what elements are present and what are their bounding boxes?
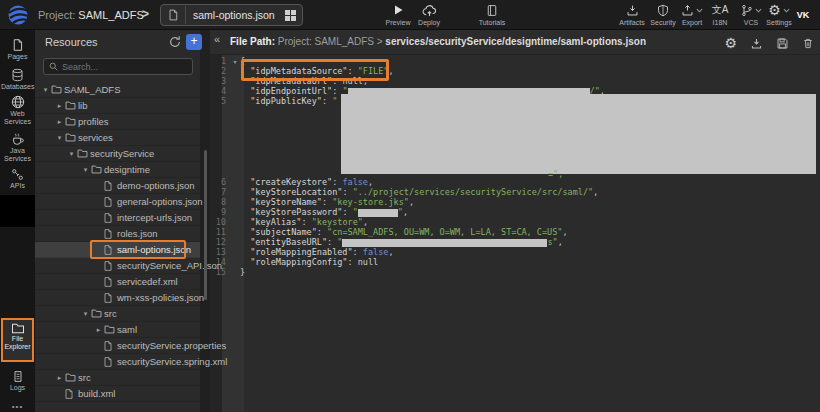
delete-button[interactable] — [802, 37, 814, 50]
code-line-6: 6 "createKeystore": false, — [210, 177, 820, 187]
dashboard-grid-icon[interactable] — [285, 10, 296, 21]
i18n-icon: 文A — [706, 3, 734, 17]
tree-item-label: intercept-urls.json — [117, 212, 192, 223]
tree-item-src[interactable]: ▸src — [35, 370, 200, 386]
save-button[interactable] — [776, 37, 789, 50]
add-resource-button[interactable]: + — [186, 34, 202, 50]
tree-expand-arrow[interactable]: ▸ — [54, 374, 65, 382]
artifacts-button[interactable]: Artifacts — [614, 3, 650, 27]
tree-item-label: src — [104, 308, 117, 319]
chevron-down-icon — [696, 8, 703, 13]
tree-item-designtime[interactable]: ▾designtime — [35, 162, 200, 178]
editor-settings-button[interactable]: ⚙ — [724, 34, 737, 52]
search-box[interactable] — [43, 58, 193, 75]
tree-expand-arrow[interactable]: ▾ — [80, 310, 91, 318]
open-file-tab[interactable]: saml-options.json — [160, 4, 303, 26]
settings-button[interactable]: ⚙ Settings — [762, 3, 796, 27]
tree-expand-arrow[interactable]: ▸ — [93, 326, 104, 334]
folder-icon — [77, 149, 90, 158]
search-input[interactable] — [62, 62, 182, 72]
highlight-box-idp-metadata-source — [241, 59, 389, 81]
fold-arrow-icon[interactable]: ▾ — [230, 58, 240, 65]
file-icon — [104, 357, 117, 367]
left-nav-rail: Pages Databases Web Services Java Servic… — [0, 30, 35, 412]
preview-button[interactable]: Preview — [382, 3, 414, 27]
tree-expand-arrow[interactable]: ▸ — [54, 102, 65, 110]
tree-expand-arrow[interactable]: ▾ — [54, 134, 65, 142]
trash-icon — [802, 37, 814, 50]
line-number: 2 — [210, 66, 230, 76]
app-window: Project: SAML_ADFS > saml-options.json P… — [0, 0, 820, 412]
tree-item-saml-options.json[interactable]: saml-options.json — [35, 242, 200, 258]
tree-item-SAML_ADFS[interactable]: ▾SAML_ADFS — [35, 82, 200, 98]
save-icon — [776, 37, 789, 50]
rail-overflow-button[interactable]: ••• — [0, 402, 35, 411]
tree-item-securityService.properties[interactable]: securityService.properties — [35, 338, 200, 354]
security-button[interactable]: Security — [646, 3, 680, 27]
file-icon — [104, 181, 117, 191]
tree-item-demo-options.json[interactable]: demo-options.json — [35, 178, 200, 194]
tree-item-general-options.json[interactable]: general-options.json — [35, 194, 200, 210]
file-icon — [104, 213, 117, 223]
panel-scrollbar[interactable] — [204, 150, 207, 300]
folder-icon — [51, 85, 64, 94]
download-button[interactable] — [750, 37, 763, 50]
tree-item-securityService[interactable]: ▾securityService — [35, 146, 200, 162]
chevron-down-icon — [755, 8, 762, 13]
rail-item-web-services[interactable]: Web Services — [0, 95, 35, 126]
rail-item-databases[interactable]: Databases — [0, 68, 35, 91]
tree-expand-arrow[interactable]: ▾ — [66, 150, 77, 158]
download-icon — [750, 37, 763, 50]
tree-item-label: saml — [117, 324, 137, 335]
export-button[interactable]: Export — [676, 3, 708, 27]
deploy-button[interactable]: Deploy — [412, 3, 446, 27]
tree-item-servicedef.xml[interactable]: servicedef.xml — [35, 274, 200, 290]
line-number: 8 — [210, 197, 230, 207]
rail-item-file-explorer[interactable]: File Explorer — [0, 323, 35, 351]
rail-item-apis[interactable]: APIs — [0, 168, 35, 190]
folder-icon — [91, 165, 104, 174]
tree-expand-arrow[interactable]: ▾ — [40, 86, 51, 94]
user-avatar[interactable]: VK — [792, 4, 814, 26]
tree-item-label: wm-xss-policies.json — [117, 292, 204, 303]
refresh-icon[interactable] — [168, 35, 182, 49]
tree-item-intercept-urls.json[interactable]: intercept-urls.json — [35, 210, 200, 226]
redacted-icon-block — [0, 195, 35, 227]
tree-item-build.xml[interactable]: build.xml — [35, 386, 200, 402]
publickey-tail-text: =", — [548, 169, 563, 179]
file-path-breadcrumb: File Path: Project: SAML_ADFS > services… — [230, 36, 646, 47]
collapse-panel-icon[interactable]: « — [214, 33, 220, 45]
line-number: 11 — [210, 227, 230, 237]
file-icon — [104, 261, 117, 271]
tree-item-securityService_API.json[interactable]: securityService_API.json — [35, 258, 200, 274]
play-icon — [382, 3, 414, 17]
code-editor[interactable]: 1▾{2 "idpMetadataSource": "FILE",3 "idpM… — [210, 55, 820, 412]
tree-item-label: SAML_ADFS — [64, 84, 121, 95]
code-lines-bottom: 6 "createKeystore": false,7 "keyStoreLoc… — [210, 177, 820, 277]
code-line-8: 8 "keyStoreName": "key-store.jks", — [210, 197, 820, 207]
shield-icon — [646, 3, 680, 17]
line-number: 6 — [210, 177, 230, 187]
rail-item-pages[interactable]: Pages — [0, 38, 35, 61]
rail-item-java-services[interactable]: Java Services — [0, 132, 35, 163]
tab-filename: saml-options.json — [193, 9, 275, 21]
tree-expand-arrow[interactable]: ▸ — [54, 118, 65, 126]
tree-item-securityService.spring.xml[interactable]: securityService.spring.xml — [35, 354, 200, 370]
tree-item-wm-xss-policies.json[interactable]: wm-xss-policies.json — [35, 290, 200, 306]
search-icon — [49, 62, 58, 71]
tree-item-profiles[interactable]: ▸profiles — [35, 114, 200, 130]
tutorials-button[interactable]: Tutorials — [472, 3, 512, 27]
i18n-button[interactable]: 文A I18N — [706, 3, 734, 27]
file-icon — [104, 277, 117, 287]
pages-icon — [0, 38, 35, 52]
rail-item-logs[interactable]: Logs — [0, 370, 35, 392]
tree-item-services[interactable]: ▾services — [35, 130, 200, 146]
tree-item-label: servicedef.xml — [117, 276, 178, 287]
tree-item-label: src — [78, 372, 91, 383]
tree-expand-arrow[interactable]: ▾ — [80, 166, 91, 174]
tree-item-lib[interactable]: ▸lib — [35, 98, 200, 114]
tree-item-saml[interactable]: ▸saml — [35, 322, 200, 338]
code-line-13: 13 "roleMappingEnabled": false, — [210, 247, 820, 257]
resource-tree: ▾SAML_ADFS▸lib▸profiles▾services▾securit… — [35, 82, 200, 402]
tree-item-src[interactable]: ▾src — [35, 306, 200, 322]
